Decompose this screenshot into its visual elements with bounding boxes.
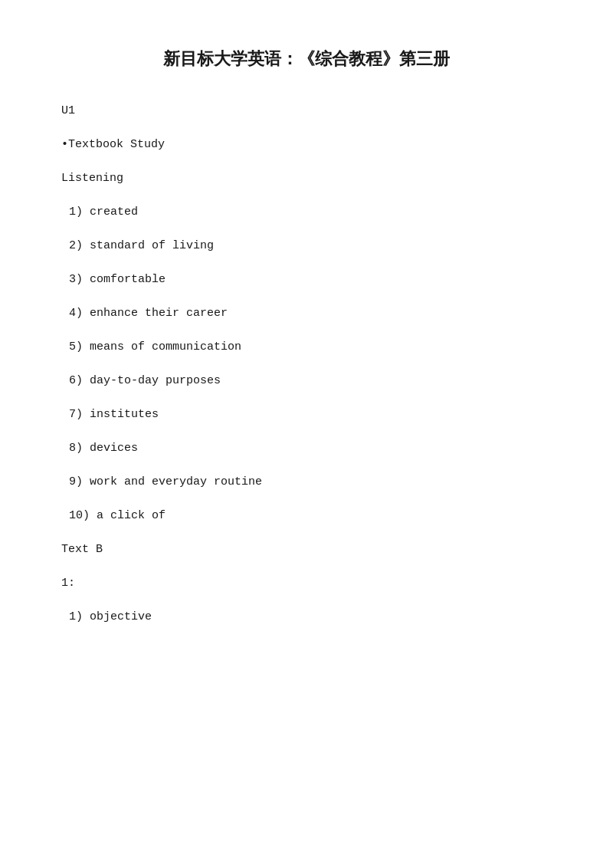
list-item: 5) means of communication [61, 338, 552, 357]
item-number: 9) [69, 475, 90, 488]
item-number: 5) [69, 340, 90, 353]
list-item: 7) institutes [61, 406, 552, 424]
item-number: 8) [69, 442, 90, 455]
item-text: a click of [97, 509, 166, 522]
item-number: 2) [69, 239, 90, 252]
item-text: created [90, 205, 138, 219]
item-number: 7) [69, 408, 90, 421]
item-number: 1) [69, 205, 90, 219]
item-number: 3) [69, 273, 90, 286]
item-number: 10) [69, 509, 97, 522]
item-text: enhance their career [90, 307, 228, 320]
item-number: 6) [69, 374, 90, 387]
item-text: devices [90, 442, 138, 455]
list-item: 2) standard of living [61, 237, 552, 255]
list-item: 9) work and everyday routine [61, 473, 552, 492]
list-item: 10) a click of [61, 507, 552, 525]
list-item: 1) created [61, 203, 552, 222]
list-item: 3) comfortable [61, 271, 552, 289]
listening-items-list: 1) created 2) standard of living 3) comf… [61, 203, 552, 525]
item-number: 4) [69, 307, 90, 320]
list-item: 1) objective [61, 608, 552, 626]
list-item: 6) day-to-day purposes [61, 372, 552, 390]
text-b-label: Text B [61, 541, 552, 559]
list-item: 4) enhance their career [61, 304, 552, 323]
number-1-label: 1: [61, 574, 552, 593]
page-container: 新目标大学英语：《综合教程》第三册 U1 •Textbook Study Lis… [0, 0, 613, 868]
listening-label: Listening [61, 169, 552, 188]
item-text: comfortable [90, 273, 166, 286]
item-number: 1) [69, 610, 90, 623]
item-text: standard of living [90, 239, 214, 252]
textbook-study-label: •Textbook Study [61, 136, 552, 154]
list-item: 8) devices [61, 439, 552, 458]
item-text: day-to-day purposes [90, 374, 221, 387]
item-text: means of communication [90, 340, 241, 353]
page-title: 新目标大学英语：《综合教程》第三册 [61, 46, 552, 71]
item-text: objective [90, 610, 152, 623]
item-text: institutes [90, 408, 159, 421]
unit-label: U1 [61, 102, 552, 120]
item-text: work and everyday routine [90, 475, 262, 488]
